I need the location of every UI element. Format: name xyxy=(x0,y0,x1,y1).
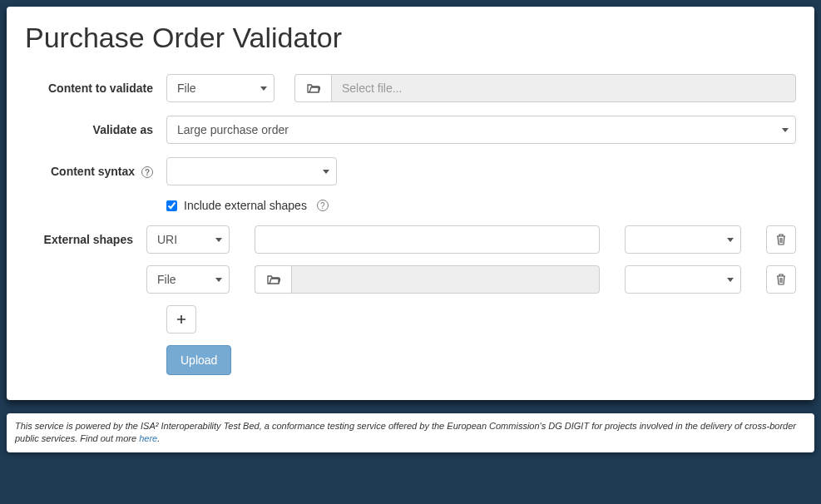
upload-button[interactable]: Upload xyxy=(166,345,231,375)
external-syntax-select[interactable] xyxy=(625,225,741,254)
external-delete-button[interactable] xyxy=(766,265,796,294)
external-shapes-add-row xyxy=(25,305,796,334)
content-file-browse-button[interactable] xyxy=(294,74,331,102)
footer-text: This service is powered by the ISA² Inte… xyxy=(15,421,796,443)
caret-down-icon xyxy=(727,238,734,242)
external-source-select[interactable]: File xyxy=(146,265,230,294)
folder-open-icon xyxy=(307,82,320,94)
external-source-select[interactable]: URI xyxy=(146,225,230,254)
validate-as-select[interactable]: Large purchase order xyxy=(166,116,796,144)
footer-suffix: . xyxy=(157,433,160,443)
include-external-row: Include external shapes ? xyxy=(166,199,796,212)
caret-down-icon xyxy=(215,278,222,282)
external-shapes-row-2: File xyxy=(25,265,796,294)
label-external-shapes: External shapes xyxy=(25,233,146,246)
caret-down-icon xyxy=(727,278,734,282)
content-source-select[interactable]: File xyxy=(166,74,274,102)
footer-card: This service is powered by the ISA² Inte… xyxy=(7,413,814,452)
external-uri-input[interactable] xyxy=(255,225,600,254)
label-validate-as: Validate as xyxy=(25,123,166,136)
content-syntax-select[interactable] xyxy=(166,157,337,185)
trash-icon xyxy=(776,274,786,285)
caret-down-icon xyxy=(215,238,222,242)
row-content-syntax: Content syntax ? xyxy=(25,157,796,185)
label-content-syntax: Content syntax ? xyxy=(25,165,166,179)
row-validate-as: Validate as Large purchase order xyxy=(25,116,796,144)
external-delete-button[interactable] xyxy=(766,225,796,254)
page-title: Purchase Order Validator xyxy=(25,22,796,54)
external-file-browse-button[interactable] xyxy=(255,265,291,294)
plus-icon xyxy=(176,314,186,324)
main-card: Purchase Order Validator Content to vali… xyxy=(7,7,814,400)
help-icon[interactable]: ? xyxy=(317,200,329,211)
external-add-button[interactable] xyxy=(166,305,196,334)
row-content-to-validate: Content to validate File Select file... xyxy=(25,74,796,102)
external-shapes-row-1: External shapes URI xyxy=(25,225,796,254)
content-file-group: Select file... xyxy=(294,74,796,102)
include-external-label: Include external shapes xyxy=(184,199,307,212)
caret-down-icon xyxy=(260,86,267,91)
caret-down-icon xyxy=(782,128,789,132)
trash-icon xyxy=(776,234,786,245)
external-file-display[interactable] xyxy=(291,265,600,294)
validate-as-selected: Large purchase order xyxy=(177,123,777,136)
footer-link[interactable]: here xyxy=(139,433,157,443)
folder-open-icon xyxy=(267,274,280,285)
caret-down-icon xyxy=(323,170,329,174)
upload-row: Upload xyxy=(25,345,796,375)
content-source-selected: File xyxy=(177,82,255,95)
external-syntax-select[interactable] xyxy=(625,265,741,294)
label-content-to-validate: Content to validate xyxy=(25,82,166,95)
content-file-display[interactable]: Select file... xyxy=(331,74,796,102)
external-file-group xyxy=(255,265,600,294)
include-external-checkbox[interactable] xyxy=(166,200,177,211)
help-icon[interactable]: ? xyxy=(141,166,153,178)
